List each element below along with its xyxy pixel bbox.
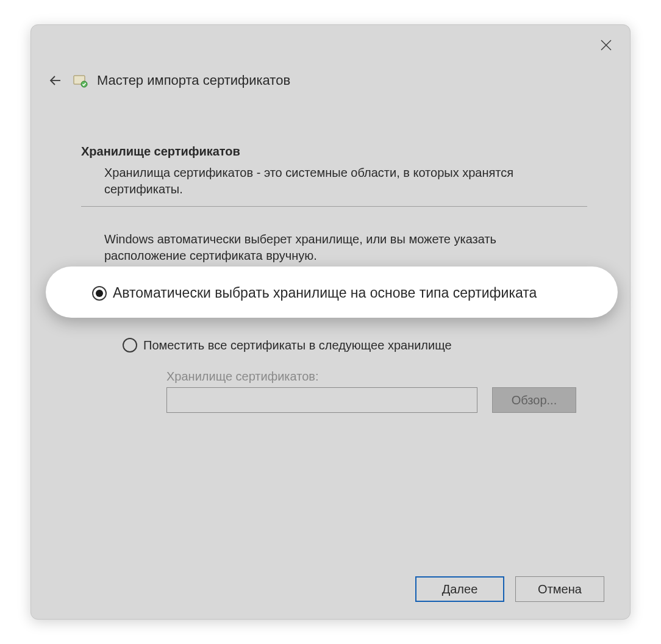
cancel-button[interactable]: Отмена — [515, 576, 604, 602]
certificate-store-input — [166, 387, 477, 413]
next-button[interactable]: Далее — [415, 576, 504, 602]
close-icon[interactable] — [598, 37, 614, 53]
storage-mode-radio-group: Автоматически выбрать хранилище на основ… — [81, 285, 587, 413]
section-heading: Хранилище сертификатов — [81, 145, 587, 159]
radio-option-auto[interactable]: Автоматически выбрать хранилище на основ… — [92, 285, 587, 301]
certificate-store-label: Хранилище сертификатов: — [166, 370, 587, 384]
certificate-store-area: Хранилище сертификатов: Обзор... — [166, 370, 587, 413]
wizard-title: Мастер импорта сертификатов — [97, 73, 290, 88]
certificate-import-wizard-dialog: Мастер импорта сертификатов Хранилище се… — [30, 24, 631, 620]
radio-icon[interactable] — [123, 338, 137, 352]
wizard-footer: Далее Отмена — [415, 576, 604, 602]
wizard-content: Хранилище сертификатов Хранилища сертифи… — [81, 145, 587, 413]
section-instruction: Windows автоматически выберет хранилище,… — [104, 231, 519, 264]
wizard-header: Мастер импорта сертификатов — [47, 71, 290, 90]
radio-label-auto: Автоматически выбрать хранилище на основ… — [113, 285, 537, 301]
radio-icon[interactable] — [92, 286, 107, 301]
radio-option-manual[interactable]: Поместить все сертификаты в следующее хр… — [123, 338, 587, 352]
certificate-store-row: Обзор... — [166, 387, 587, 413]
browse-button: Обзор... — [492, 387, 576, 413]
certificate-wizard-icon — [71, 71, 90, 90]
section-description: Хранилища сертификатов - это системные о… — [104, 165, 519, 198]
back-arrow-icon[interactable] — [47, 72, 64, 89]
radio-label-manual: Поместить все сертификаты в следующее хр… — [143, 338, 452, 352]
section-divider — [81, 206, 587, 207]
